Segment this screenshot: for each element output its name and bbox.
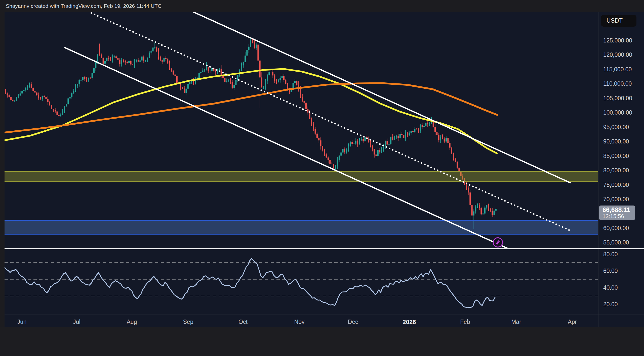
candle-body [342, 149, 344, 152]
candle-body [451, 148, 452, 154]
candle-body [411, 131, 412, 133]
candle-body [248, 47, 250, 50]
candle-body [184, 88, 185, 93]
candle-body [115, 57, 117, 58]
candle-body [25, 88, 26, 90]
quote-currency-button[interactable]: USDT [601, 15, 636, 27]
candle-body [175, 75, 176, 76]
candle-body [36, 92, 37, 95]
candle-body [150, 51, 152, 53]
candle-body [66, 104, 67, 106]
candle-body [405, 133, 406, 138]
candle-body [162, 60, 163, 62]
candle-body [156, 47, 157, 51]
candle-body [60, 115, 61, 116]
candle-body [56, 112, 58, 115]
candle-body [202, 71, 203, 72]
candle-body [305, 103, 307, 109]
candle-body [154, 47, 155, 48]
candle-body [279, 78, 281, 80]
candle-body [394, 137, 395, 140]
candle-body [438, 135, 439, 140]
candle-body [444, 139, 445, 142]
candle-body [492, 211, 493, 215]
candle-body [302, 97, 303, 101]
time-axis-label-apr: Apr [568, 319, 577, 325]
lightning-marker-icon[interactable] [493, 238, 503, 247]
candle-body [257, 44, 259, 60]
candle-body [283, 76, 285, 80]
candle-body [164, 58, 165, 62]
price-axis-label-55000: 55,000.00 [603, 240, 629, 245]
candle-body [246, 50, 248, 56]
candle-body [267, 75, 268, 81]
candle-body [436, 132, 437, 135]
candle-body [104, 61, 106, 64]
candle-body [228, 79, 229, 81]
candle-body [468, 188, 469, 193]
candle-body [250, 40, 251, 46]
candle-body [414, 129, 415, 132]
candle-body [90, 78, 91, 79]
candle-body [235, 80, 236, 85]
candle-body [84, 77, 85, 79]
candle-body [198, 73, 200, 78]
price-axis-label-80000: 80,000.00 [603, 168, 629, 173]
candle-body [40, 98, 41, 99]
candle-body [127, 62, 128, 63]
candle-body [390, 137, 391, 144]
candle-body [103, 58, 104, 64]
candle-body [446, 138, 447, 141]
candle-body [475, 207, 476, 212]
candle-body [370, 142, 371, 146]
candle-body [226, 81, 227, 82]
candle-body [272, 72, 273, 75]
price-axis-label-75000: 75,000.00 [603, 182, 629, 188]
candle-body [397, 136, 399, 138]
candle-body [333, 164, 334, 169]
candle-body [427, 123, 428, 124]
candle-body [326, 155, 327, 158]
candle-body [128, 61, 130, 63]
candle-body [12, 100, 13, 101]
candle-body [167, 59, 168, 63]
candle-body [145, 61, 146, 61]
candle-body [53, 109, 54, 110]
candle-body [409, 133, 410, 135]
candle-body [300, 89, 301, 97]
candle-body [112, 57, 113, 60]
candle-body [259, 61, 261, 77]
candle-body [182, 88, 183, 89]
price-chart-canvas[interactable] [0, 0, 644, 356]
candle-body [457, 162, 458, 168]
candle-body [423, 126, 425, 127]
candle-body [136, 60, 137, 61]
candle-body [372, 146, 373, 149]
candle-body [80, 80, 82, 81]
time-axis-label-jun: Jun [17, 319, 26, 325]
candle-body [206, 67, 207, 69]
candle-body [429, 123, 430, 124]
candle-body [256, 44, 257, 48]
candle-body [309, 113, 310, 119]
candle-body [359, 140, 360, 144]
candle-body [88, 78, 89, 80]
time-axis-label-oct: Oct [238, 319, 248, 325]
candle-body [254, 41, 255, 48]
candle-body [186, 89, 187, 93]
candle-body [348, 146, 349, 150]
candle-body [110, 59, 111, 60]
candle-body [449, 143, 451, 147]
candle-body [495, 209, 497, 211]
time-axis-label-feb: Feb [460, 319, 470, 325]
candle-body [396, 136, 397, 137]
candle-body [108, 58, 109, 59]
candle-body [311, 119, 312, 124]
candle-body [9, 95, 10, 97]
candle-body [78, 80, 80, 84]
candle-body [401, 134, 403, 135]
candle-body [160, 57, 161, 61]
candle-body [388, 144, 390, 144]
candle-body [488, 205, 489, 209]
candle-body [121, 60, 122, 64]
